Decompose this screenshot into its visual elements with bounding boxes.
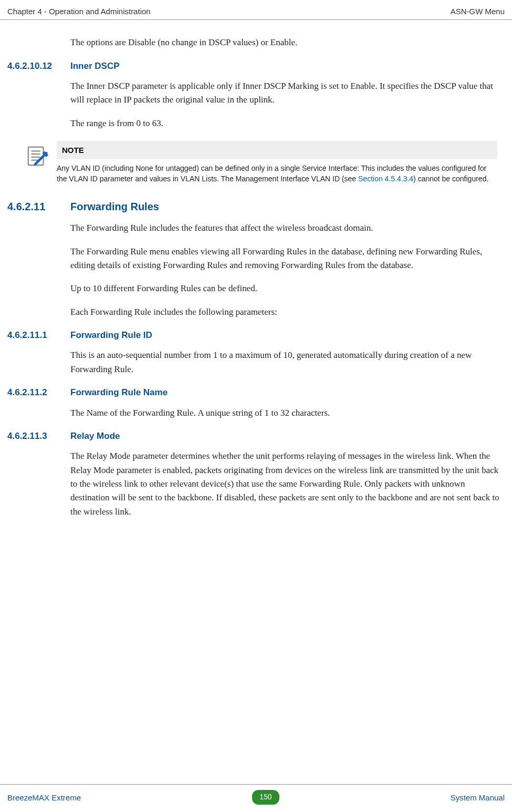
header-right: ASN-GW Menu (451, 5, 505, 17)
section-number: 4.6.2.11 (7, 199, 70, 215)
note-label: NOTE (57, 141, 497, 159)
section-number: 4.6.2.11.1 (7, 328, 70, 342)
section-inner-dscp-heading: 4.6.2.10.12 Inner DSCP (7, 59, 505, 73)
body-paragraph: The Forwarding Rule includes the feature… (70, 221, 505, 235)
section-number: 4.6.2.11.3 (7, 429, 70, 443)
section-number: 4.6.2.11.2 (7, 386, 70, 399)
page-footer: BreezeMAX Extreme 150 System Manual (0, 784, 512, 812)
note-text: Any VLAN ID (including None for untagged… (57, 163, 497, 184)
body-paragraph: The Forwarding Rule menu enables viewing… (70, 245, 505, 273)
footer-left: BreezeMAX Extreme (7, 792, 81, 804)
section-title: Forwarding Rule Name (70, 386, 168, 399)
section-title: Inner DSCP (70, 59, 120, 73)
note-icon (25, 141, 49, 184)
section-title: Forwarding Rules (70, 199, 159, 215)
body-paragraph: This is an auto-sequential number from 1… (70, 348, 505, 376)
header-left: Chapter 4 - Operation and Administration (7, 5, 151, 17)
page-header: Chapter 4 - Operation and Administration… (0, 0, 512, 20)
body-paragraph: The Relay Mode parameter determines whet… (70, 449, 505, 519)
page-content: The options are Disable (no change in DS… (0, 20, 512, 519)
section-forwarding-rule-name-heading: 4.6.2.11.2 Forwarding Rule Name (7, 386, 505, 399)
note-body: NOTE Any VLAN ID (including None for unt… (57, 141, 497, 184)
body-paragraph: Each Forwarding Rule includes the follow… (70, 305, 505, 319)
section-number: 4.6.2.10.12 (7, 59, 70, 73)
section-forwarding-rule-id-heading: 4.6.2.11.1 Forwarding Rule ID (7, 328, 505, 342)
body-paragraph: The Name of the Forwarding Rule. A uniqu… (70, 406, 505, 420)
page-number-badge: 150 (252, 790, 279, 805)
section-title: Relay Mode (70, 429, 120, 443)
note-section-link[interactable]: Section 4.5.4.3.4 (358, 174, 413, 183)
intro-paragraph: The options are Disable (no change in DS… (70, 36, 505, 49)
note-part2: ) cannot be configured. (413, 174, 488, 183)
section-title: Forwarding Rule ID (70, 328, 152, 342)
body-paragraph: The Inner DSCP parameter is applicable o… (70, 79, 505, 107)
section-forwarding-rules-heading: 4.6.2.11 Forwarding Rules (7, 199, 505, 215)
body-paragraph: The range is from 0 to 63. (70, 117, 505, 130)
note-block: NOTE Any VLAN ID (including None for unt… (25, 141, 497, 184)
section-relay-mode-heading: 4.6.2.11.3 Relay Mode (7, 429, 505, 443)
body-paragraph: Up to 10 different Forwarding Rules can … (70, 282, 505, 295)
footer-right: System Manual (451, 792, 505, 804)
